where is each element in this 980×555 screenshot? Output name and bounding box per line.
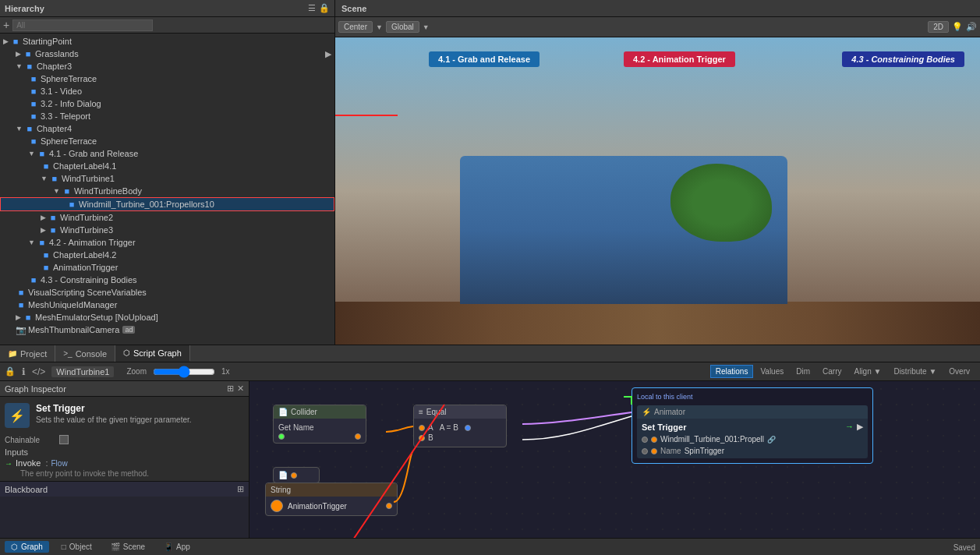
tree-item-anim-trigger[interactable]: ▼ ■ 4.2 - Animation Trigger: [0, 236, 334, 249]
set-trigger-header-sub: Animator: [654, 408, 685, 416]
zoom-slider[interactable]: [153, 367, 215, 376]
tree-item-video[interactable]: ■ 3.1 - Video: [0, 85, 334, 97]
global-btn[interactable]: Global: [386, 21, 419, 33]
hierarchy-tree: ▶ ■ StartingPoint ▶ ■ Grasslands ▶ ▼ ■ C…: [0, 34, 334, 345]
set-trigger-play-icon[interactable]: ▶: [857, 422, 863, 432]
tree-item-chapter4[interactable]: ▼ ■ Chapter4: [0, 122, 334, 135]
equal-a-in[interactable]: [419, 425, 425, 431]
blackboard-expand-icon[interactable]: ⊞: [237, 484, 244, 494]
tree-item-animation-trigger[interactable]: ■ AnimationTrigger: [0, 261, 334, 274]
bar-scene[interactable]: 🎬 Scene: [104, 541, 151, 553]
scene-view[interactable]: 4.1 - Grab and Release 4.2 - Animation T…: [335, 37, 980, 345]
tab-distribute[interactable]: Distribute ▼: [888, 365, 942, 378]
equal-b-in[interactable]: [419, 435, 425, 441]
bar-object-label: Object: [69, 543, 92, 551]
label-chapter3: Chapter3: [37, 62, 72, 71]
tree-item-mesh-emulator[interactable]: ▶ ■ MeshEmulatorSetup [NoUpload]: [0, 311, 334, 323]
script-graph-icon: ⬡: [123, 348, 130, 357]
tab-overview[interactable]: Overv: [943, 365, 975, 378]
info-icon[interactable]: ℹ: [22, 366, 26, 377]
scene-header: Scene: [335, 0, 980, 17]
hierarchy-lock-icon[interactable]: 🔒: [319, 3, 330, 13]
light-icon[interactable]: 💡: [952, 22, 963, 32]
dropdown-arrow-center[interactable]: ▼: [376, 23, 383, 31]
hierarchy-menu-icon[interactable]: ☰: [308, 3, 316, 13]
tree-item-grasslands[interactable]: ▶ ■ Grasslands ▶: [0, 48, 334, 60]
tab-console-label: Console: [76, 349, 107, 359]
collider-in-port[interactable]: [278, 433, 285, 440]
tree-item-visual-scripting[interactable]: ■ VisualScripting SceneVariables: [0, 286, 334, 299]
target-link-icon[interactable]: 🔗: [767, 436, 776, 444]
tree-item-chapter-label-4-1[interactable]: ■ ChapterLabel4.1: [0, 160, 334, 172]
tree-item-chapter-label-4-2[interactable]: ■ ChapterLabel4.2: [0, 249, 334, 261]
tree-item-mesh-unique-id[interactable]: ■ MeshUniqueIdManager: [0, 299, 334, 311]
string-port-right[interactable]: [386, 503, 392, 509]
equal-a-label: A: [428, 423, 433, 432]
bottom-content: Graph Inspector ⊞ ✕ ⚡ Set Trigger Sets t…: [0, 381, 980, 538]
tab-values[interactable]: Values: [755, 365, 789, 378]
code-icon[interactable]: </>: [32, 366, 45, 377]
node-file2[interactable]: 📄: [273, 467, 320, 483]
chainable-checkbox[interactable]: [59, 435, 69, 444]
tab-relations[interactable]: Relations: [710, 365, 754, 378]
tree-item-wind-turbine-1[interactable]: ▼ ■ WindTurbine1: [0, 172, 334, 185]
tree-item-windmill-propellors[interactable]: ■ Windmill_Turbine_001:Propellors10: [0, 197, 334, 211]
label-video: 3.1 - Video: [41, 87, 82, 96]
file2-icon: 📄: [278, 471, 288, 479]
tree-item-sphere-terrace-3[interactable]: ■ SphereTerrace: [0, 72, 334, 85]
icon-starting-point: ■: [10, 36, 21, 47]
node-local-box[interactable]: Local to this client ⚡ Animator Set Trig…: [632, 387, 873, 464]
tab-dim[interactable]: Dim: [791, 365, 815, 378]
dropdown-arrow-global[interactable]: ▼: [423, 23, 430, 31]
inspector-fields: Chainable Inputs → Invoke : Flow The ent…: [0, 430, 249, 481]
tree-item-wind-turbine-3[interactable]: ▶ ■ WindTurbine3: [0, 224, 334, 236]
equal-result-out[interactable]: [465, 425, 471, 431]
arrow-wind-turbine-2: ▶: [41, 214, 46, 221]
center-btn[interactable]: Center: [338, 21, 373, 33]
file2-out-port[interactable]: [291, 472, 297, 479]
name-in-port[interactable]: [642, 448, 648, 454]
hierarchy-add-icon[interactable]: +: [3, 19, 9, 31]
tab-carry[interactable]: Carry: [817, 365, 847, 378]
tree-item-teleport[interactable]: ■ 3.3 - Teleport: [0, 110, 334, 122]
constrain-label[interactable]: 4.3 - Constraining Bodies: [842, 51, 964, 67]
target-in-port[interactable]: [642, 437, 648, 443]
node-equal[interactable]: ≡ Equal A A = B: [413, 405, 507, 447]
label-chapter-label-4-1: ChapterLabel4.1: [53, 161, 116, 171]
tree-item-mesh-thumbnail[interactable]: 📷 MeshThumbnailCamera ad: [0, 323, 334, 336]
tree-item-starting-point[interactable]: ▶ ■ StartingPoint: [0, 35, 334, 48]
bar-graph[interactable]: ⬡ Graph: [5, 541, 49, 553]
2d-btn[interactable]: 2D: [928, 21, 949, 33]
tree-item-wind-turbine-body[interactable]: ▼ ■ WindTurbineBody: [0, 185, 334, 197]
graph-canvas[interactable]: 📄 Collider Get Name: [249, 381, 980, 538]
tab-script-graph[interactable]: ⬡ Script Graph: [115, 345, 190, 362]
tree-item-sphere-terrace-4[interactable]: ■ SphereTerrace: [0, 135, 334, 147]
tree-item-constraining[interactable]: ■ 4.3 - Constraining Bodies: [0, 274, 334, 286]
wind-turbine-breadcrumb[interactable]: WindTurbine1: [51, 366, 114, 377]
audio-icon[interactable]: 🔊: [966, 22, 977, 32]
anim-trigger-label[interactable]: 4.2 - Animation Trigger: [624, 51, 735, 67]
string-port-left[interactable]: [271, 500, 283, 512]
label-grab-release: 4.1 - Grab and Release: [49, 149, 138, 158]
tab-align[interactable]: Align ▼: [848, 365, 886, 378]
tree-item-chapter3[interactable]: ▼ ■ Chapter3: [0, 60, 334, 72]
lock-icon[interactable]: 🔒: [5, 366, 16, 376]
set-trigger-arrow-out[interactable]: →: [845, 422, 854, 432]
collider-out-port[interactable]: [355, 433, 361, 440]
tree-item-wind-turbine-2[interactable]: ▶ ■ WindTurbine2: [0, 211, 334, 224]
bar-app[interactable]: 📱 App: [157, 541, 196, 553]
label-wind-turbine-body: WindTurbineBody: [74, 186, 142, 196]
inputs-section: Inputs: [5, 447, 244, 457]
tab-project[interactable]: 📁 Project: [0, 345, 55, 362]
tree-item-info-dialog[interactable]: ■ 3.2 - Info Dialog: [0, 97, 334, 110]
tab-console[interactable]: >_ Console: [55, 345, 115, 362]
node-collider[interactable]: 📄 Collider Get Name: [273, 405, 366, 444]
node-string[interactable]: String AnimationTrigger: [265, 483, 398, 516]
bottom-bar: ⬡ Graph □ Object 🎬 Scene 📱 App Saved: [0, 538, 980, 555]
bar-object[interactable]: □ Object: [55, 541, 98, 553]
inspector-expand-icon[interactable]: ⊞: [227, 384, 234, 394]
grab-release-label[interactable]: 4.1 - Grab and Release: [429, 51, 540, 67]
hierarchy-search[interactable]: [12, 19, 153, 31]
inspector-close-icon[interactable]: ✕: [237, 384, 244, 394]
tree-item-grab-release[interactable]: ▼ ■ 4.1 - Grab and Release: [0, 147, 334, 160]
